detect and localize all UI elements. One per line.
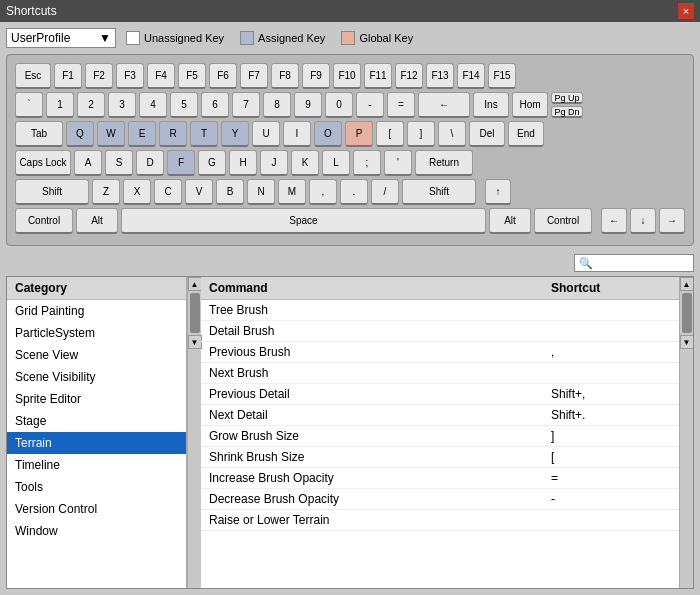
- category-item-version-control[interactable]: Version Control: [7, 498, 186, 520]
- category-item-scene-view[interactable]: Scene View: [7, 344, 186, 366]
- key-f14[interactable]: F14: [457, 63, 485, 89]
- key-6[interactable]: 6: [201, 92, 229, 118]
- key-alt-right[interactable]: Alt: [489, 208, 531, 234]
- key-home[interactable]: Hom: [512, 92, 548, 118]
- category-item-timeline[interactable]: Timeline: [7, 454, 186, 476]
- category-item-stage[interactable]: Stage: [7, 410, 186, 432]
- key-period[interactable]: .: [340, 179, 368, 205]
- command-row[interactable]: Grow Brush Size]: [201, 426, 679, 447]
- key-semicolon[interactable]: ;: [353, 150, 381, 176]
- command-row[interactable]: Next DetailShift+.: [201, 405, 679, 426]
- key-2[interactable]: 2: [77, 92, 105, 118]
- key-c[interactable]: C: [154, 179, 182, 205]
- key-arrow-left[interactable]: ←: [601, 208, 627, 234]
- key-space[interactable]: Space: [121, 208, 486, 234]
- key-w[interactable]: W: [97, 121, 125, 147]
- key-return[interactable]: Return: [415, 150, 473, 176]
- key-f12[interactable]: F12: [395, 63, 423, 89]
- category-item-grid-painting[interactable]: Grid Painting: [7, 300, 186, 322]
- key-r[interactable]: R: [159, 121, 187, 147]
- key-f6[interactable]: F6: [209, 63, 237, 89]
- key-1[interactable]: 1: [46, 92, 74, 118]
- key-s[interactable]: S: [105, 150, 133, 176]
- key-control-left[interactable]: Control: [15, 208, 73, 234]
- command-row[interactable]: Raise or Lower Terrain: [201, 510, 679, 531]
- key-arrow-down[interactable]: ↓: [630, 208, 656, 234]
- key-pgup[interactable]: Pg Up: [551, 92, 583, 104]
- key-backslash[interactable]: \: [438, 121, 466, 147]
- scrollbar-thumb[interactable]: [190, 293, 200, 333]
- command-row[interactable]: Next Brush: [201, 363, 679, 384]
- key-y[interactable]: Y: [221, 121, 249, 147]
- key-q[interactable]: Q: [66, 121, 94, 147]
- key-n[interactable]: N: [247, 179, 275, 205]
- key-f3[interactable]: F3: [116, 63, 144, 89]
- key-shift-left[interactable]: Shift: [15, 179, 89, 205]
- key-x[interactable]: X: [123, 179, 151, 205]
- key-f11[interactable]: F11: [364, 63, 392, 89]
- key-minus[interactable]: -: [356, 92, 384, 118]
- key-f4[interactable]: F4: [147, 63, 175, 89]
- key-ins[interactable]: Ins: [473, 92, 509, 118]
- key-o[interactable]: O: [314, 121, 342, 147]
- key-pgdn[interactable]: Pg Dn: [551, 106, 583, 118]
- key-backspace[interactable]: ←: [418, 92, 470, 118]
- key-b[interactable]: B: [216, 179, 244, 205]
- key-9[interactable]: 9: [294, 92, 322, 118]
- search-input[interactable]: [574, 254, 694, 272]
- key-k[interactable]: K: [291, 150, 319, 176]
- key-4[interactable]: 4: [139, 92, 167, 118]
- key-m[interactable]: M: [278, 179, 306, 205]
- key-e[interactable]: E: [128, 121, 156, 147]
- key-g[interactable]: G: [198, 150, 226, 176]
- key-t[interactable]: T: [190, 121, 218, 147]
- key-arrow-right[interactable]: →: [659, 208, 685, 234]
- key-end[interactable]: End: [508, 121, 544, 147]
- category-item-tools[interactable]: Tools: [7, 476, 186, 498]
- key-7[interactable]: 7: [232, 92, 260, 118]
- key-f2[interactable]: F2: [85, 63, 113, 89]
- category-item-terrain[interactable]: Terrain: [7, 432, 186, 454]
- command-row[interactable]: Tree Brush: [201, 300, 679, 321]
- cmd-scrollbar-down-arrow[interactable]: ▼: [680, 335, 694, 349]
- key-0[interactable]: 0: [325, 92, 353, 118]
- key-arrow-up[interactable]: ↑: [485, 179, 511, 205]
- command-scrollbar[interactable]: ▲ ▼: [679, 277, 693, 588]
- category-item-sprite-editor[interactable]: Sprite Editor: [7, 388, 186, 410]
- command-row[interactable]: Decrease Brush Opacity-: [201, 489, 679, 510]
- key-f[interactable]: F: [167, 150, 195, 176]
- cmd-scrollbar-thumb[interactable]: [682, 293, 692, 333]
- category-item-scene-visibility[interactable]: Scene Visibility: [7, 366, 186, 388]
- key-5[interactable]: 5: [170, 92, 198, 118]
- category-item-window[interactable]: Window: [7, 520, 186, 542]
- key-8[interactable]: 8: [263, 92, 291, 118]
- key-quote[interactable]: ': [384, 150, 412, 176]
- key-f7[interactable]: F7: [240, 63, 268, 89]
- key-f5[interactable]: F5: [178, 63, 206, 89]
- key-lbracket[interactable]: [: [376, 121, 404, 147]
- scrollbar-down-arrow[interactable]: ▼: [188, 335, 202, 349]
- key-equals[interactable]: =: [387, 92, 415, 118]
- key-f1[interactable]: F1: [54, 63, 82, 89]
- profile-dropdown[interactable]: UserProfile ▼: [6, 28, 116, 48]
- command-row[interactable]: Detail Brush: [201, 321, 679, 342]
- key-l[interactable]: L: [322, 150, 350, 176]
- close-button[interactable]: ×: [678, 3, 694, 19]
- key-i[interactable]: I: [283, 121, 311, 147]
- key-caps-lock[interactable]: Caps Lock: [15, 150, 71, 176]
- command-row[interactable]: Increase Brush Opacity=: [201, 468, 679, 489]
- key-a[interactable]: A: [74, 150, 102, 176]
- key-f13[interactable]: F13: [426, 63, 454, 89]
- key-shift-right[interactable]: Shift: [402, 179, 476, 205]
- key-f15[interactable]: F15: [488, 63, 516, 89]
- key-h[interactable]: H: [229, 150, 257, 176]
- command-row[interactable]: Previous DetailShift+,: [201, 384, 679, 405]
- key-z[interactable]: Z: [92, 179, 120, 205]
- key-j[interactable]: J: [260, 150, 288, 176]
- scrollbar-up-arrow[interactable]: ▲: [188, 277, 202, 291]
- key-p[interactable]: P: [345, 121, 373, 147]
- command-row[interactable]: Shrink Brush Size[: [201, 447, 679, 468]
- key-control-right[interactable]: Control: [534, 208, 592, 234]
- cmd-scrollbar-up-arrow[interactable]: ▲: [680, 277, 694, 291]
- category-scrollbar[interactable]: ▲ ▼: [187, 277, 201, 588]
